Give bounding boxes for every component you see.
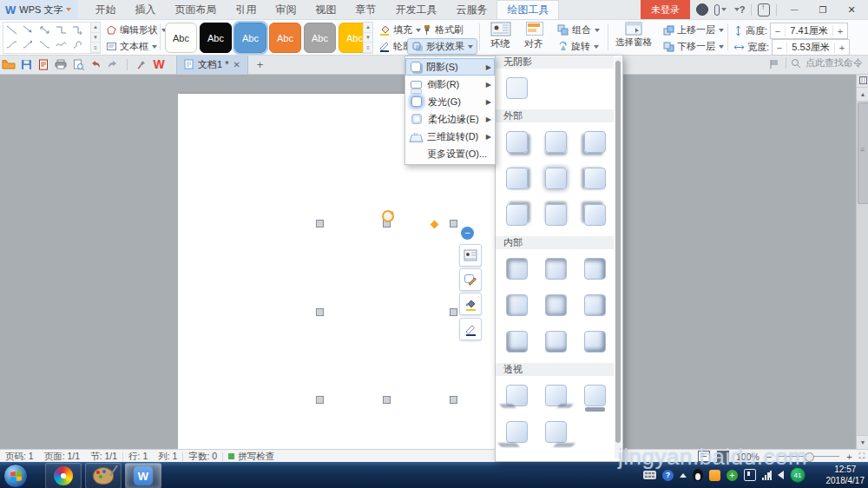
- ruler-toggle-icon[interactable]: [857, 74, 868, 88]
- selection-pane-button[interactable]: 选择窗格: [613, 22, 654, 49]
- scroll-down-icon[interactable]: ▼: [857, 435, 868, 449]
- text-box-button[interactable]: 文本框: [102, 39, 161, 54]
- vertical-scrollbar[interactable]: ▲ ▼: [856, 74, 868, 449]
- menu-item-soft-edges[interactable]: 柔化边缘(E) ▶: [405, 110, 495, 128]
- antivirus-icon[interactable]: +: [727, 470, 738, 481]
- export-pdf-icon[interactable]: [35, 56, 52, 72]
- tab-insert[interactable]: 插入: [125, 0, 165, 19]
- shadow-swatch-out-tr[interactable]: [506, 204, 528, 226]
- theme-icon[interactable]: [696, 3, 708, 16]
- resize-handle-bottom-left[interactable]: [316, 396, 324, 404]
- close-button[interactable]: [840, 0, 863, 19]
- height-decrease-button[interactable]: −: [771, 26, 786, 36]
- collapse-ribbon-icon[interactable]: [758, 3, 770, 16]
- pin-toolbar-icon[interactable]: [133, 56, 150, 72]
- wrap-button[interactable]: 环绕: [484, 22, 517, 50]
- gallery-scrollbar[interactable]: ▲ ▼ ≡: [90, 22, 101, 54]
- undo-icon[interactable]: [87, 56, 104, 72]
- taskbar-browser-button[interactable]: [45, 463, 82, 488]
- resize-handle-bottom-right[interactable]: [450, 396, 457, 404]
- shape-style-blue-selected[interactable]: Abc: [234, 23, 266, 53]
- float-outline-button[interactable]: [459, 318, 482, 340]
- format-painter-button[interactable]: 格式刷: [418, 23, 467, 37]
- taskbar-wps-button[interactable]: W: [125, 463, 161, 488]
- gallery-more-icon[interactable]: ≡: [91, 43, 100, 53]
- line-icon[interactable]: [5, 24, 18, 36]
- save-icon[interactable]: [17, 56, 35, 72]
- resize-handle-bottom[interactable]: [383, 396, 391, 404]
- input-method-icon[interactable]: [643, 471, 656, 479]
- rotate-handle[interactable]: [382, 210, 394, 222]
- group-button[interactable]: 组合: [554, 23, 603, 37]
- shadow-swatch-out-c[interactable]: [545, 168, 567, 189]
- gallery-scrollbar[interactable]: [615, 57, 621, 458]
- menu-item-glow[interactable]: 发光(G) ▶: [405, 93, 495, 110]
- height-value[interactable]: 7.41厘米: [786, 24, 832, 37]
- shadow-swatch-in-bl[interactable]: [506, 331, 528, 353]
- shadow-swatch-p-bl[interactable]: [506, 385, 528, 406]
- tab-developer[interactable]: 开发工具: [385, 0, 446, 19]
- zoom-out-button[interactable]: −: [766, 452, 772, 462]
- shadow-swatch-out-t[interactable]: [545, 204, 567, 226]
- collapse-float-toolbar-button[interactable]: −: [461, 227, 474, 240]
- app-menu-button[interactable]: W WPS 文字: [0, 0, 78, 19]
- scrollbar-thumb[interactable]: [858, 102, 868, 204]
- close-tab-icon[interactable]: ✕: [233, 60, 240, 69]
- start-button[interactable]: [3, 464, 28, 488]
- curve-connector-icon[interactable]: [5, 39, 18, 50]
- curve-arrow-icon[interactable]: [22, 39, 35, 50]
- qq-icon[interactable]: [693, 469, 703, 481]
- shadow-swatch-p-br[interactable]: [545, 385, 567, 406]
- tab-page-layout[interactable]: 页面布局: [165, 0, 226, 19]
- shape-style-white[interactable]: Abc: [165, 23, 197, 53]
- resize-handle-top-left[interactable]: [316, 220, 324, 228]
- find-command-box[interactable]: 点此查找命令: [770, 56, 863, 69]
- width-increase-button[interactable]: +: [834, 43, 849, 53]
- tray-app-icon[interactable]: [709, 470, 720, 481]
- resize-handle-right[interactable]: [450, 308, 457, 316]
- shape-style-orange[interactable]: Abc: [269, 23, 301, 53]
- rotate-button[interactable]: 旋转: [554, 39, 602, 54]
- show-hidden-icons[interactable]: [680, 473, 687, 478]
- shadow-swatch-out-br[interactable]: [506, 131, 528, 153]
- width-decrease-button[interactable]: −: [773, 43, 787, 53]
- scroll-down-icon[interactable]: ▼: [91, 33, 100, 43]
- shadow-swatch-out-b[interactable]: [545, 131, 567, 153]
- status-word-count[interactable]: 字数: 0: [183, 451, 222, 463]
- scrollbar-thumb[interactable]: [615, 61, 621, 443]
- login-button[interactable]: 未登录: [641, 0, 690, 19]
- gallery-more-icon[interactable]: ≡: [364, 43, 372, 53]
- menu-item-reflection[interactable]: 倒影(R) ▶: [405, 76, 495, 93]
- tab-drawing-tools[interactable]: 绘图工具: [496, 0, 559, 19]
- wps-brand-icon[interactable]: W: [150, 56, 168, 72]
- shadow-swatch-in-br[interactable]: [584, 331, 606, 353]
- scribble-icon[interactable]: [55, 39, 68, 50]
- align-button[interactable]: 对齐: [519, 22, 550, 50]
- document-tab[interactable]: 文档1 * ✕: [176, 55, 248, 74]
- shadow-swatch-out-bl[interactable]: [584, 131, 606, 153]
- shape-style-gray[interactable]: Abc: [304, 23, 336, 53]
- menu-item-3d-rotation[interactable]: 三维旋转(D) ▶: [405, 128, 495, 145]
- maximize-button[interactable]: [812, 0, 834, 19]
- volume-icon[interactable]: [778, 471, 784, 479]
- help-tray-icon[interactable]: ?: [662, 470, 674, 481]
- height-increase-button[interactable]: +: [832, 26, 847, 36]
- shadow-swatch-in-t[interactable]: [545, 258, 567, 280]
- freeform-icon[interactable]: [71, 39, 84, 50]
- style-gallery-scrollbar[interactable]: ▲ ▼ ≡: [363, 22, 373, 54]
- shadow-swatch-in-tl[interactable]: [506, 258, 528, 280]
- tab-references[interactable]: 引用: [226, 0, 266, 19]
- device-icon[interactable]: [744, 469, 756, 481]
- float-layout-button[interactable]: [459, 244, 482, 267]
- shape-style-black[interactable]: Abc: [200, 23, 232, 53]
- elbow-connector-icon[interactable]: [55, 24, 68, 36]
- fullscreen-icon[interactable]: ⛶: [859, 452, 865, 461]
- spellcheck-toggle[interactable]: 拼写检查: [223, 451, 279, 463]
- zoom-slider-knob[interactable]: [805, 452, 814, 462]
- shadow-swatch-in-l[interactable]: [506, 294, 528, 316]
- menu-item-shadow[interactable]: 阴影(S) ▶: [405, 58, 495, 76]
- shadow-swatch-in-c[interactable]: [545, 294, 567, 316]
- float-shape-style-button[interactable]: [459, 268, 482, 291]
- double-arrow-line-icon[interactable]: [38, 24, 51, 36]
- print-preview-icon[interactable]: [69, 56, 87, 72]
